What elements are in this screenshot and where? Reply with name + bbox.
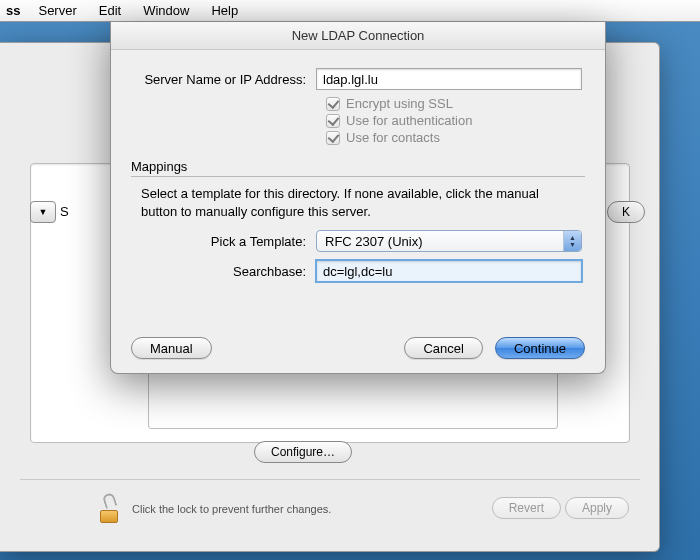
template-value: RFC 2307 (Unix) <box>325 234 423 249</box>
checkmark-icon <box>326 97 340 111</box>
menubar: ss Server Edit Window Help <box>0 0 700 22</box>
checkmark-icon <box>326 114 340 128</box>
menu-server[interactable]: Server <box>38 3 76 18</box>
menu-edit[interactable]: Edit <box>99 3 121 18</box>
configure-button[interactable]: Configure… <box>254 441 352 463</box>
mappings-desc: Select a template for this directory. If… <box>141 185 575 220</box>
menu-window[interactable]: Window <box>143 3 189 18</box>
chevron-down-icon: ▼ <box>39 207 48 217</box>
continue-button[interactable]: Continue <box>495 337 585 359</box>
sheet-dialog: New LDAP Connection Server Name or IP Ad… <box>110 22 606 374</box>
use-auth-checkbox[interactable]: Use for authentication <box>326 113 605 128</box>
searchbase-input[interactable] <box>316 260 582 282</box>
menu-help[interactable]: Help <box>211 3 238 18</box>
use-contacts-checkbox[interactable]: Use for contacts <box>326 130 605 145</box>
use-contacts-label: Use for contacts <box>346 130 440 145</box>
template-label: Pick a Template: <box>111 234 316 249</box>
template-select[interactable]: RFC 2307 (Unix) ▲▼ <box>316 230 582 252</box>
server-label: Server Name or IP Address: <box>111 72 316 87</box>
menu-app[interactable]: ss <box>6 3 20 18</box>
lock-text: Click the lock to prevent further change… <box>132 503 331 515</box>
background-dropdown-button[interactable]: ▼ <box>30 201 56 223</box>
divider <box>20 479 640 480</box>
lock-row: Click the lock to prevent further change… <box>98 495 331 523</box>
divider <box>131 176 585 177</box>
unlock-icon[interactable] <box>98 495 122 523</box>
searchbase-label: Searchbase: <box>111 264 316 279</box>
checkmark-icon <box>326 131 340 145</box>
apply-button: Apply <box>565 497 629 519</box>
revert-button: Revert <box>492 497 561 519</box>
cancel-button[interactable]: Cancel <box>404 337 482 359</box>
encrypt-ssl-label: Encrypt using SSL <box>346 96 453 111</box>
background-label-partial: S <box>60 204 69 219</box>
mappings-title: Mappings <box>131 159 585 174</box>
sheet-title: New LDAP Connection <box>111 22 605 50</box>
manual-button[interactable]: Manual <box>131 337 212 359</box>
background-ok-button[interactable]: K <box>607 201 645 223</box>
updown-arrows-icon: ▲▼ <box>563 231 581 251</box>
use-auth-label: Use for authentication <box>346 113 472 128</box>
server-input[interactable] <box>316 68 582 90</box>
encrypt-ssl-checkbox[interactable]: Encrypt using SSL <box>326 96 605 111</box>
